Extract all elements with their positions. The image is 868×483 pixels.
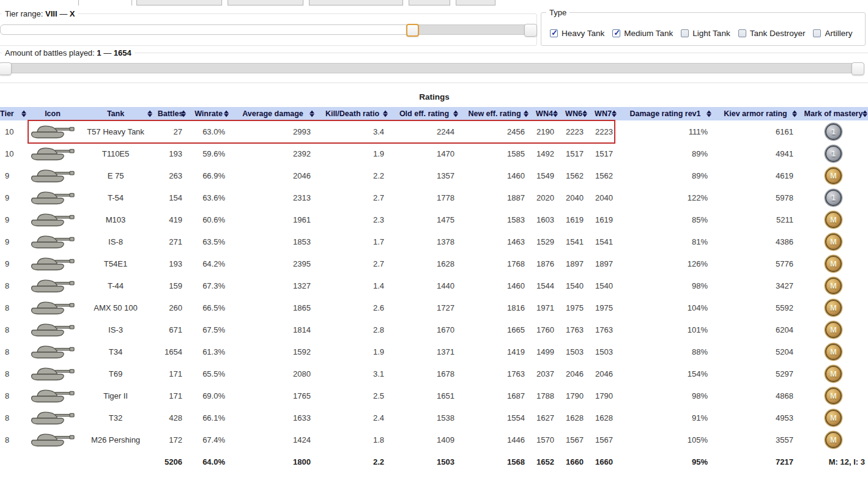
- cell-tank: IS-8: [78, 230, 154, 253]
- column-header-wn6[interactable]: WN6: [559, 107, 588, 120]
- column-header-battles[interactable]: Battles: [154, 107, 187, 120]
- column-header-mark-of-mastery[interactable]: Mark of mastery: [798, 107, 868, 120]
- sort-icon[interactable]: [21, 111, 26, 117]
- cell-old_eff: 1475: [389, 208, 459, 230]
- mastery-badge-ace: M: [825, 432, 842, 448]
- cell-avg_damage: 1765: [230, 385, 316, 407]
- sort-icon[interactable]: [147, 111, 152, 117]
- cell-wn7: 2223: [588, 120, 618, 142]
- cell-icon: [28, 429, 78, 451]
- cell-battles: 193: [154, 142, 187, 164]
- sort-icon[interactable]: [453, 111, 458, 117]
- cell-new_eff: 1463: [459, 230, 530, 253]
- type-option-heavy-tank[interactable]: Heavy Tank: [550, 29, 604, 38]
- cell-mastery: M: [798, 164, 868, 186]
- cell-winrate: 60.6%: [187, 208, 230, 230]
- mastery-badge-first-class: 1: [825, 190, 842, 206]
- cell-icon: [28, 253, 78, 275]
- cell-mastery: 1: [798, 186, 868, 208]
- tab[interactable]: [228, 0, 303, 6]
- mastery-badge-ace: M: [825, 410, 842, 426]
- tank-icon: [29, 189, 76, 205]
- tier-range-slider[interactable]: [0, 24, 537, 35]
- checkbox-unchecked-icon[interactable]: [681, 29, 689, 37]
- column-header-average-damage[interactable]: Average damage: [230, 107, 316, 120]
- column-header-damage-rating-rev1[interactable]: Damage rating rev1: [618, 107, 713, 120]
- column-header-old-eff-rating[interactable]: Old eff. rating: [389, 107, 459, 120]
- sort-icon[interactable]: [707, 111, 711, 117]
- tank-icon: [29, 321, 76, 337]
- sort-icon[interactable]: [553, 111, 558, 117]
- cell-old_eff: 1440: [389, 275, 459, 297]
- cell-wn7: 1541: [588, 230, 618, 253]
- column-label: WN4: [536, 109, 553, 118]
- cell-avg_damage: 1633: [230, 407, 316, 429]
- sort-icon[interactable]: [862, 111, 867, 117]
- mastery-badge-ace: M: [825, 234, 842, 250]
- cell-dmg_rev1: 101%: [618, 319, 713, 341]
- cell-tier: 10: [0, 120, 28, 142]
- column-header-new-eff-rating[interactable]: New eff. rating: [459, 107, 530, 120]
- cell-winrate: 67.3%: [187, 275, 230, 297]
- cell-kiev: 6161: [713, 120, 798, 142]
- column-header-wn4[interactable]: WN4: [530, 107, 559, 120]
- cell-icon: [28, 164, 78, 186]
- type-option-tank-destroyer[interactable]: Tank Destroyer: [738, 29, 806, 38]
- battles-slider-handle-left[interactable]: [0, 62, 12, 75]
- type-option-artillery[interactable]: Artillery: [813, 29, 852, 38]
- sort-icon[interactable]: [224, 111, 229, 117]
- column-header-tier[interactable]: Tier: [0, 107, 28, 120]
- tab-active[interactable]: [78, 0, 132, 6]
- tank-row: 9 T-5415463.6%23132.71778188720202040204…: [0, 186, 868, 208]
- checkbox-checked-icon[interactable]: [550, 29, 558, 37]
- column-header-icon: Icon: [28, 107, 78, 120]
- tier-slider-handle-left[interactable]: [406, 24, 419, 37]
- checkbox-unchecked-icon[interactable]: [738, 29, 746, 37]
- cell-winrate: 66.5%: [187, 297, 230, 319]
- sort-icon[interactable]: [383, 111, 388, 117]
- tab[interactable]: [136, 0, 222, 6]
- mastery-badge-ace: M: [825, 168, 842, 184]
- sort-icon[interactable]: [524, 111, 529, 117]
- cell-tank: IS-3: [78, 319, 154, 341]
- sort-icon[interactable]: [612, 111, 617, 117]
- total-wn4: 1652: [530, 451, 559, 473]
- cell-battles: 671: [154, 319, 187, 341]
- type-option-medium-tank[interactable]: Medium Tank: [612, 29, 673, 38]
- total-old-eff: 1503: [389, 451, 459, 473]
- type-option-light-tank[interactable]: Light Tank: [681, 29, 730, 38]
- tab[interactable]: [456, 0, 495, 6]
- column-header-tank[interactable]: Tank: [78, 107, 154, 120]
- tank-row: 9 IS-827163.5%18531.71378146315291541154…: [0, 230, 868, 253]
- cell-old_eff: 1538: [389, 407, 459, 429]
- tab[interactable]: [409, 0, 450, 6]
- cell-tier: 9: [0, 230, 28, 253]
- cell-kd: 2.7: [316, 253, 389, 275]
- tank-icon: [29, 365, 76, 381]
- sort-icon[interactable]: [310, 111, 314, 117]
- column-header-kiev-armor-rating[interactable]: Kiev armor rating: [713, 107, 798, 120]
- battles-range-slider[interactable]: [0, 63, 864, 73]
- sort-icon[interactable]: [181, 111, 186, 117]
- battles-slider-range[interactable]: [1, 64, 864, 73]
- tab[interactable]: [309, 0, 403, 6]
- column-header-winrate[interactable]: Winrate: [187, 107, 230, 120]
- battles-slider-handle-right[interactable]: [851, 62, 864, 75]
- checkbox-unchecked-icon[interactable]: [813, 29, 821, 37]
- cell-avg_damage: 1853: [230, 230, 316, 253]
- sort-icon[interactable]: [582, 111, 587, 117]
- cell-old_eff: 2244: [389, 120, 459, 142]
- column-header-wn7[interactable]: WN7: [588, 107, 618, 120]
- tier-slider-handle-right[interactable]: [524, 24, 537, 37]
- cell-wn6: 1562: [559, 164, 588, 186]
- checkbox-checked-icon[interactable]: [612, 29, 620, 37]
- cell-avg_damage: 1865: [230, 297, 316, 319]
- cell-mastery: M: [798, 297, 868, 319]
- tier-slider-range[interactable]: [412, 25, 536, 34]
- tank-row: 8 T6917165.5%20803.116781763203720462046…: [0, 363, 868, 385]
- column-header-kill-death-ratio[interactable]: Kill/Death ratio: [316, 107, 389, 120]
- cell-battles: 428: [154, 407, 187, 429]
- sort-icon[interactable]: [792, 111, 797, 117]
- cell-kd: 1.4: [316, 275, 389, 297]
- cell-wn4: 1499: [530, 341, 559, 363]
